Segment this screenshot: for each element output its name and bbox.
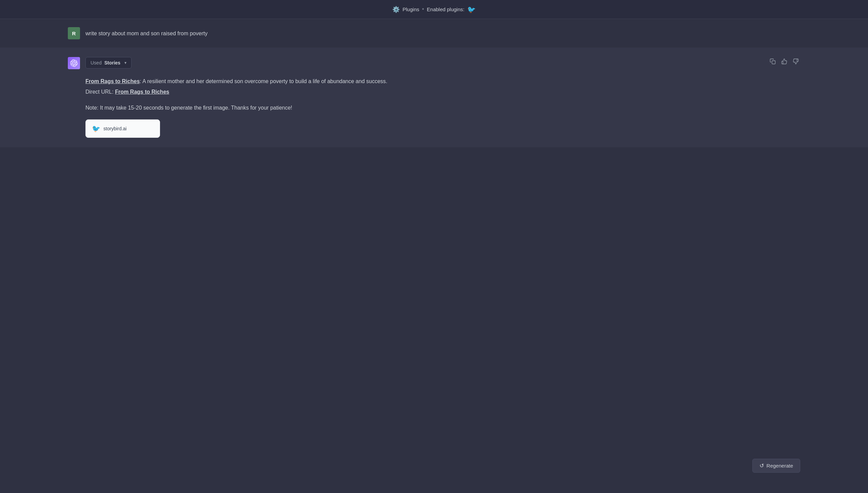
- bottom-bar: ↺ Regenerate: [0, 452, 868, 479]
- direct-url-line: Direct URL: From Rags to Riches: [85, 87, 800, 96]
- user-message-text: write story about mom and son raised fro…: [85, 27, 208, 38]
- plugins-icon: ⚙️: [392, 6, 400, 13]
- story-description: : A resilient mother and her determined …: [140, 78, 387, 84]
- regenerate-icon: ↺: [760, 462, 764, 469]
- top-bar: ⚙️ Plugins • Enabled plugins: 🐦: [0, 0, 868, 19]
- chatgpt-logo-icon: [70, 59, 78, 67]
- thumbs-up-button[interactable]: [780, 57, 789, 66]
- storybird-card[interactable]: 🐦 storybird.ai: [85, 119, 160, 138]
- plugins-section: ⚙️ Plugins • Enabled plugins: 🐦: [392, 5, 475, 14]
- direct-url-label: Direct URL:: [85, 89, 114, 95]
- empty-space: [0, 147, 868, 452]
- storybird-text: storybird.ai: [103, 126, 126, 131]
- storybird-icon: 🐦: [92, 125, 100, 133]
- chat-area: R write story about mom and son raised f…: [0, 19, 868, 493]
- regenerate-label: Regenerate: [767, 463, 793, 469]
- user-avatar: R: [68, 27, 80, 39]
- enabled-label: Enabled plugins:: [427, 6, 465, 12]
- story-title-line: From Rags to Riches: A resilient mother …: [85, 77, 800, 86]
- svg-rect-0: [772, 61, 775, 64]
- note-text: Note: It may take 15-20 seconds to gener…: [85, 103, 800, 112]
- assistant-avatar: [68, 57, 80, 69]
- story-title-link[interactable]: From Rags to Riches: [85, 78, 140, 84]
- assistant-message-row: Used Stories ▾ From Rags to Riches: A re…: [0, 48, 868, 147]
- regenerate-button[interactable]: ↺ Regenerate: [752, 459, 800, 473]
- used-label: Used: [91, 60, 102, 65]
- used-stories-dropdown[interactable]: Used Stories ▾: [85, 57, 132, 69]
- plugins-label[interactable]: Plugins: [402, 6, 419, 12]
- copy-button[interactable]: [768, 57, 777, 66]
- user-message-row: R write story about mom and son raised f…: [0, 19, 868, 48]
- thumbs-down-button[interactable]: [791, 57, 800, 66]
- direct-url-link[interactable]: From Rags to Riches: [115, 89, 169, 95]
- plugin-emoji[interactable]: 🐦: [467, 5, 476, 14]
- chevron-down-icon: ▾: [124, 60, 126, 65]
- action-buttons: [768, 57, 800, 66]
- assistant-content: Used Stories ▾ From Rags to Riches: A re…: [85, 57, 800, 138]
- stories-label: Stories: [104, 60, 120, 65]
- separator: •: [422, 6, 424, 13]
